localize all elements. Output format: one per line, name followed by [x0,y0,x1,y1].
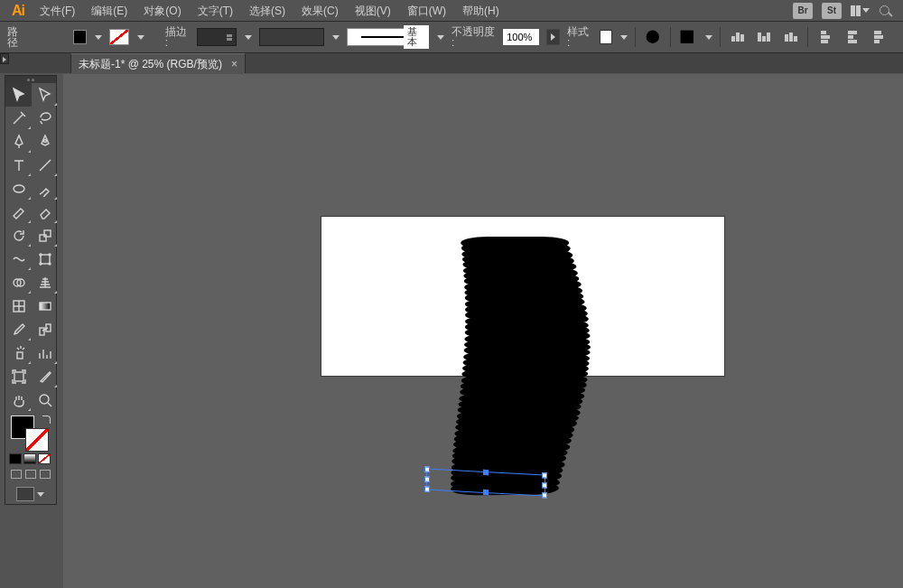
svg-rect-7 [41,255,50,264]
stroke-color-swatch[interactable] [25,428,49,452]
screen-mode-dropdown-icon[interactable] [36,490,45,499]
scale-tool[interactable] [32,224,58,247]
draw-behind-icon[interactable] [25,470,36,479]
arrange-documents-icon[interactable] [851,5,870,16]
rotate-tool[interactable] [5,224,32,247]
color-mode-solid[interactable] [9,453,22,464]
align-hcenter-icon[interactable] [754,27,774,47]
menu-window[interactable]: 窗口(W) [400,2,453,20]
document-tab-row: 未标题-1* @ 25% (RGB/预览) × [0,53,903,73]
handle-top-right[interactable] [542,472,547,478]
curvature-tool[interactable] [32,130,58,154]
menu-select[interactable]: 选择(S) [242,2,293,20]
panel-dock-handle[interactable] [0,53,9,64]
recolor-artwork-icon[interactable] [643,27,663,47]
color-mode-row [5,453,56,468]
brush-dropdown-icon[interactable] [436,33,444,42]
svg-point-0 [647,31,659,43]
style-label: 样式 : [567,26,592,48]
paintbrush-tool[interactable] [32,177,58,201]
mesh-tool[interactable] [5,294,32,318]
artboard-tool[interactable] [5,365,32,388]
swap-fill-stroke-icon[interactable] [40,414,51,425]
stroke-weight-dropdown-icon[interactable] [244,33,252,42]
screen-mode-button[interactable] [16,487,34,501]
handle-bot-right[interactable] [542,492,547,498]
color-mode-none[interactable] [38,453,51,464]
menu-object[interactable]: 对象(O) [136,2,188,20]
perspective-grid-tool[interactable] [32,271,58,294]
menu-effect[interactable]: 效果(C) [294,2,346,20]
zoom-tool[interactable] [32,388,58,412]
control-bar: 路径 描边 : 基本 不透明度 : 100% 样式 : [0,21,903,53]
align-vcenter-icon[interactable] [842,27,862,47]
handle-bot-mid[interactable] [483,490,489,495]
align-to-dropdown-icon[interactable] [704,33,712,42]
align-to-icon[interactable] [677,27,697,47]
blend-tool[interactable] [32,318,58,341]
svg-rect-19 [14,372,23,381]
variable-width-profile[interactable] [259,28,324,46]
handle-mid-left[interactable] [424,476,430,481]
magic-wand-tool[interactable] [5,107,32,130]
document-tab-title: 未标题-1* @ 25% (RGB/预览) [79,59,222,70]
fill-stroke-control[interactable] [5,412,56,453]
stroke-dropdown-icon[interactable] [136,33,144,42]
handle-top-mid[interactable] [483,470,489,475]
fill-dropdown-icon[interactable] [94,33,102,42]
fill-swatch[interactable] [73,30,87,44]
shaper-tool[interactable] [5,201,32,224]
opacity-field[interactable]: 100% [503,29,539,45]
variable-width-dropdown-icon[interactable] [331,33,340,42]
document-tab[interactable]: 未标题-1* @ 25% (RGB/预览) × [70,53,246,73]
direct-selection-tool[interactable] [32,83,58,107]
shape-builder-tool[interactable] [5,271,32,294]
slice-tool[interactable] [32,365,58,388]
handle-top-left[interactable] [424,466,430,471]
align-bottom-icon[interactable] [869,27,889,47]
draw-normal-icon[interactable] [11,470,22,479]
canvas-stage[interactable] [63,74,903,588]
graphic-style-swatch[interactable] [600,30,613,44]
column-graph-tool[interactable] [32,341,58,365]
menu-file[interactable]: 文件(F) [33,2,82,20]
menu-help[interactable]: 帮助(H) [455,2,507,20]
eraser-tool[interactable] [32,201,58,224]
graphic-style-dropdown-icon[interactable] [619,33,628,42]
svg-rect-15 [40,303,51,310]
width-tool[interactable] [5,247,32,271]
symbol-sprayer-tool[interactable] [5,341,32,365]
menu-edit[interactable]: 编辑(E) [84,2,135,20]
gradient-tool[interactable] [32,294,58,318]
tools-panel-grip[interactable] [5,76,56,83]
svg-rect-6 [44,230,51,237]
align-left-icon[interactable] [728,27,748,47]
pen-tool[interactable] [5,130,32,154]
type-tool[interactable] [5,154,32,177]
opacity-popup-icon[interactable] [546,29,560,45]
menu-view[interactable]: 视图(V) [348,2,398,20]
search-icon[interactable] [880,4,894,18]
free-transform-tool[interactable] [32,247,58,271]
color-mode-gradient[interactable] [23,453,36,464]
handle-mid-right[interactable] [542,482,547,488]
align-top-icon[interactable] [815,27,835,47]
menu-type[interactable]: 文字(T) [191,2,240,20]
line-segment-tool[interactable] [32,154,58,177]
stock-badge[interactable]: St [822,3,842,19]
ellipse-tool[interactable] [5,177,32,201]
draw-inside-icon[interactable] [40,470,51,479]
stroke-swatch-none[interactable] [109,29,129,45]
bridge-badge[interactable]: Br [793,3,813,19]
selection-bounding-box[interactable] [426,469,545,497]
opacity-label: 不透明度 : [452,26,496,48]
handle-bot-left[interactable] [424,486,430,491]
eyedropper-tool[interactable] [5,318,32,341]
screen-mode-row [5,481,56,504]
hand-tool[interactable] [5,388,32,412]
stroke-weight-field[interactable] [197,28,237,46]
selection-tool[interactable] [5,83,32,107]
close-icon[interactable]: × [231,59,237,70]
lasso-tool[interactable] [32,107,58,130]
align-right-icon[interactable] [781,27,801,47]
